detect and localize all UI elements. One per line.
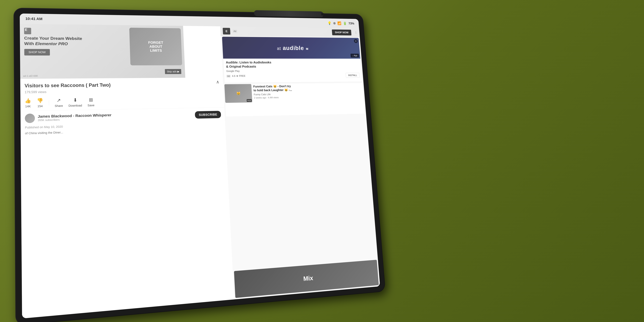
- save-label: Save: [88, 104, 94, 107]
- mix-card[interactable]: Mix: [234, 260, 379, 298]
- like-button[interactable]: 👍 14K: [25, 98, 31, 108]
- share-label: Share: [55, 104, 63, 108]
- dislike-count: 154: [38, 104, 43, 108]
- tablet-wrapper: 10:41 AM 💡 ⊗ 📶 🔋 73% E: [14, 8, 385, 322]
- audible-info: Audible: Listen to Audiobooks& Original …: [223, 58, 362, 80]
- ad-button[interactable]: SHOP NOW: [24, 49, 50, 56]
- audible-wifi-icon: ≋: [306, 47, 309, 50]
- channel-avatar: [25, 114, 35, 123]
- audible-close-button[interactable]: ×: [354, 39, 358, 43]
- subscribe-button[interactable]: SUBSCRIBE: [195, 111, 221, 118]
- brightness-icon: 💡: [328, 21, 332, 25]
- ads-overlay: Skip ads ▶: [165, 69, 181, 74]
- status-time: 10:41 AM: [25, 16, 42, 21]
- channel-details: James Blackwood - Raccoon Whisperer 265K…: [38, 112, 193, 122]
- audible-source: Google Play: [226, 69, 359, 72]
- funny-cats-title: Funniest Cats 😸 - Don't tryto hold back …: [253, 84, 363, 92]
- tablet-screen: 10:41 AM 💡 ⊗ 📶 🔋 73% E: [20, 14, 380, 318]
- audible-title: Audible: Listen to Audiobooks& Original …: [226, 60, 359, 69]
- laptop-text: FORGETABOUTLIMITS: [148, 40, 164, 52]
- laptop-illustration: FORGETABOUTLIMITS: [129, 28, 182, 66]
- youtube-content: E Create Your Dream WebsiteWith Elemento…: [20, 24, 380, 318]
- shop-now-button[interactable]: SHOP NOW: [332, 29, 351, 35]
- elementor-logo: E: [223, 28, 230, 34]
- ad-title: Create Your Dream WebsiteWith Elementor …: [24, 36, 82, 47]
- audible-header: at audible ≋ × ↓ App: [222, 37, 360, 58]
- mix-label: Mix: [303, 274, 313, 282]
- sidebar-panel: E Ad SHOP NOW ⋮ at audible ≋: [220, 26, 380, 299]
- status-icons: 💡 ⊗ 📶 🔋 73%: [328, 21, 354, 25]
- battery-percentage: 73%: [348, 22, 354, 25]
- notification-icon: ⊗: [333, 21, 336, 25]
- ad-banner[interactable]: E Create Your Dream WebsiteWith Elemento…: [20, 24, 185, 79]
- save-icon: ⊞: [89, 97, 93, 103]
- battery-icon: 🔋: [343, 22, 347, 25]
- elementor-brand-logo: E: [24, 28, 31, 34]
- download-label: Download: [68, 104, 82, 108]
- share-icon: ↗: [56, 98, 61, 103]
- main-video-section: Visitors to see Raccoons ( Part Two) 179…: [20, 79, 226, 136]
- funny-cats-thumbnail: 😸 9:12: [224, 84, 252, 103]
- cat-thumb-icon: 😸: [236, 91, 241, 96]
- tablet-bezel: 10:41 AM 💡 ⊗ 📶 🔋 73% E: [14, 8, 385, 322]
- funny-cats-info: Funniest Cats 😸 - Don't tryto hold back …: [253, 83, 365, 116]
- audible-logo: at audible ≋: [277, 44, 309, 51]
- audible-app-button[interactable]: ↓ App: [350, 54, 359, 58]
- divider-1: [49, 100, 49, 105]
- funny-cats-card[interactable]: 😸 9:12 Funniest Cats 😸 - Don't tryto hol…: [224, 83, 365, 116]
- audible-rating-row: Ad 4.6 ★ FREE INSTALL: [226, 73, 360, 78]
- audible-ad-label: Ad: [226, 75, 230, 78]
- share-button[interactable]: ↗ Share: [54, 98, 63, 108]
- download-icon: ⬇: [73, 97, 77, 103]
- dislike-button[interactable]: 👎 154: [37, 98, 43, 108]
- ad-banner-content: E Create Your Dream WebsiteWith Elemento…: [24, 28, 82, 56]
- like-count: 14K: [25, 104, 31, 108]
- download-button[interactable]: ⬇ Download: [68, 97, 82, 108]
- save-button[interactable]: ⊞ Save: [87, 97, 94, 107]
- ad-label-sidebar: Ad: [232, 30, 237, 33]
- ad-id: ad-1-af2-698: [23, 74, 38, 78]
- more-options-icon[interactable]: ⋮: [354, 31, 358, 34]
- stylus: [254, 10, 324, 17]
- video-duration-badge: 9:12: [247, 99, 252, 102]
- chevron-up-icon[interactable]: ∧: [216, 79, 220, 84]
- audible-ad-card: at audible ≋ × ↓ App Audible: Liste: [222, 36, 362, 83]
- wifi-icon: 📶: [337, 21, 342, 25]
- elementor-ad-bar[interactable]: E Ad SHOP NOW ⋮: [220, 26, 360, 37]
- audible-rating: 4.6 ★ FREE: [232, 74, 246, 78]
- install-button[interactable]: INSTALL: [346, 73, 360, 78]
- dislike-icon: 👎: [37, 98, 43, 104]
- like-icon: 👍: [25, 98, 31, 104]
